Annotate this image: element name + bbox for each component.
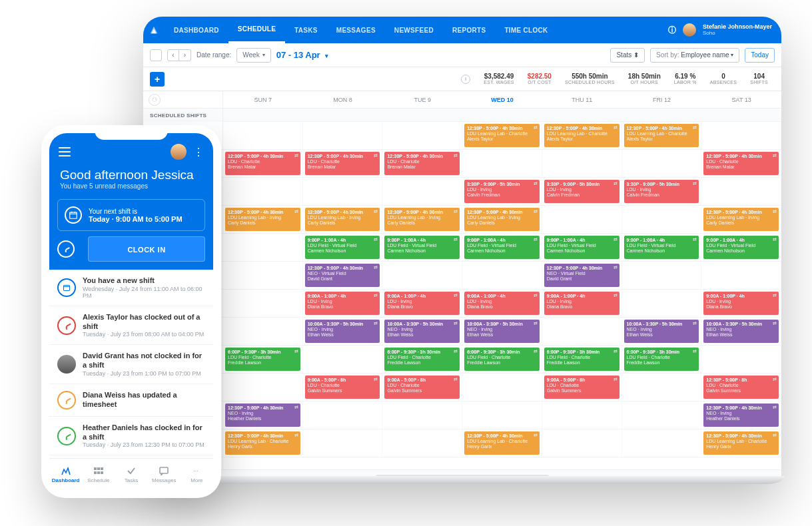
day-header[interactable]: WED 10: [462, 91, 542, 109]
schedule-cell[interactable]: ⇄9:00A - 5:00P · 8hLDU · CharlotteGalvin…: [303, 374, 383, 401]
schedule-cell[interactable]: ⇄9:00A - 1:00P · 4hLDU · IrvingDiana Bra…: [382, 290, 462, 318]
shift-card[interactable]: ⇄9:00P - 1:00A · 4hLDU Field · Virtual F…: [384, 236, 460, 259]
shift-card[interactable]: ⇄12:30P - 5:00P · 4h 30minLDU Learning L…: [225, 208, 300, 231]
shift-card[interactable]: ⇄9:00P - 1:00A · 4hLDU Field · Virtual F…: [305, 236, 380, 259]
schedule-cell[interactable]: [303, 429, 383, 457]
schedule-cell[interactable]: ⇄12:30P - 5:00P · 4h 30minLDU Learning L…: [462, 206, 542, 234]
shift-card[interactable]: ⇄9:00A - 1:00P · 4hLDU · IrvingDiana Bra…: [305, 292, 380, 315]
schedule-cell[interactable]: [542, 429, 622, 457]
schedule-cell[interactable]: ⇄10:00A - 3:30P · 5h 30minNEO · IrvingEt…: [303, 318, 383, 346]
schedule-cell[interactable]: [223, 178, 303, 206]
select-all-checkbox[interactable]: [150, 49, 162, 61]
info-icon[interactable]: i: [461, 75, 470, 84]
schedule-cell[interactable]: ⇄12:30P - 5:00P · 4h 30minLDU Learning L…: [223, 429, 303, 457]
schedule-cell[interactable]: ⇄3:30P - 9:00P · 5h 30minLDU · IrvingCal…: [542, 178, 622, 206]
schedule-cell[interactable]: ⇄3:30P - 9:00P · 5h 30minLDU · IrvingCal…: [622, 178, 702, 206]
schedule-cell[interactable]: ⇄12:30P - 5:00P · 4h 30minLDU Learning L…: [223, 206, 303, 234]
schedule-cell[interactable]: ⇄12:30P - 5:00P · 4h 30minNEO · Virtual …: [303, 262, 383, 290]
shift-card[interactable]: ⇄10:00A - 3:30P · 5h 30minNEO · IrvingEt…: [624, 320, 699, 343]
schedule-cell[interactable]: [382, 178, 462, 206]
user-avatar[interactable]: [171, 144, 187, 160]
feed-item[interactable]: You have a new shiftWednesday · July 24 …: [49, 270, 213, 306]
filter-icon[interactable]: ⚆: [149, 94, 161, 106]
shift-card[interactable]: ⇄10:00A - 3:30P · 5h 30minNEO · IrvingEt…: [305, 320, 380, 343]
shift-card[interactable]: ⇄3:30P - 9:00P · 5h 30minLDU · IrvingCal…: [544, 180, 619, 203]
schedule-cell[interactable]: ⇄12:30P - 5:00P · 4h 30minLDU Learning L…: [462, 429, 542, 457]
schedule-cell[interactable]: ⇄6:00P - 9:30P · 3h 30minLDU Field · Cha…: [542, 346, 622, 374]
shift-card[interactable]: ⇄12:30P - 5:00P · 4h 30minLDU Learning L…: [305, 208, 380, 231]
schedule-cell[interactable]: ⇄6:00P - 9:30P · 3h 30minLDU Field · Cha…: [382, 346, 462, 374]
date-range-button[interactable]: 07 - 13 Apr ▾: [276, 50, 328, 60]
schedule-cell[interactable]: ⇄9:00A - 1:00P · 4hLDU · IrvingDiana Bra…: [542, 290, 622, 318]
feed-item[interactable]: David Grant has not clocked in for a shi…: [49, 345, 213, 384]
schedule-cell[interactable]: [223, 234, 303, 262]
schedule-cell[interactable]: ⇄12:30P - 5:00P · 4h 30minLDU Learning L…: [701, 206, 781, 234]
feed-item[interactable]: Alexis Taylor has clocked out of a shift…: [49, 306, 213, 346]
schedule-cell[interactable]: [622, 429, 702, 457]
more-icon[interactable]: ⋮: [193, 146, 204, 158]
schedule-cell[interactable]: ⇄9:00A - 5:00P · 8hLDU · CharlotteGalvin…: [542, 374, 622, 401]
schedule-cell[interactable]: ⇄12:30P - 5:00P · 4h 30minNEO · IrvingHe…: [701, 401, 781, 429]
schedule-cell[interactable]: ⇄12:30P - 5:00P · 4h 30minLDU · Charlott…: [701, 150, 781, 178]
shift-card[interactable]: ⇄9:00A - 1:00P · 4hLDU · IrvingDiana Bra…: [544, 292, 619, 315]
tab-dashboard[interactable]: Dashboard: [49, 459, 82, 490]
shift-card[interactable]: ⇄3:30P - 9:00P · 5h 30minLDU · IrvingCal…: [464, 180, 540, 203]
today-button[interactable]: Today: [745, 48, 775, 63]
menu-icon[interactable]: [59, 147, 71, 156]
schedule-cell[interactable]: [303, 401, 383, 429]
shift-card[interactable]: ⇄6:00P - 9:30P · 3h 30minLDU Field · Cha…: [464, 348, 540, 371]
schedule-cell[interactable]: [622, 290, 702, 318]
shift-card[interactable]: ⇄6:00P - 9:30P · 3h 30minLDU Field · Cha…: [624, 348, 699, 371]
schedule-cell[interactable]: ⇄12:30P - 5:00P · 4h 30minLDU · Charlott…: [223, 150, 303, 178]
schedule-cell[interactable]: ⇄12:30P - 5:00P · 4h 30minLDU Learning L…: [622, 122, 702, 150]
shift-card[interactable]: ⇄12:30P - 5:00P · 4h 30minLDU Learning L…: [464, 431, 540, 455]
shift-card[interactable]: ⇄12:30P - 5:00P · 4h 30minLDU Learning L…: [464, 208, 540, 231]
tab-more[interactable]: ⋯More: [181, 459, 213, 490]
sort-select[interactable]: Sort by: Employee name ▾: [650, 48, 739, 63]
schedule-cell[interactable]: [622, 262, 702, 290]
schedule-cell[interactable]: [303, 178, 383, 206]
shift-card[interactable]: ⇄12:30P - 5:00P · 4h 30minLDU Learning L…: [464, 124, 540, 147]
schedule-cell[interactable]: ⇄9:00P - 1:00A · 4hLDU Field · Virtual F…: [303, 234, 383, 262]
shift-card[interactable]: ⇄10:00A - 3:30P · 5h 30minNEO · IrvingEt…: [703, 320, 779, 343]
info-icon[interactable]: ⓘ: [668, 25, 676, 36]
next-week-button[interactable]: ›: [179, 49, 191, 61]
nav-messages[interactable]: MESSAGES: [327, 17, 385, 43]
prev-week-button[interactable]: ‹: [167, 49, 179, 61]
schedule-cell[interactable]: [303, 122, 383, 150]
schedule-cell[interactable]: [223, 374, 303, 401]
schedule-cell[interactable]: [382, 262, 462, 290]
schedule-cell[interactable]: ⇄9:00A - 1:00P · 4hLDU · IrvingDiana Bra…: [462, 290, 542, 318]
tab-tasks[interactable]: Tasks: [115, 459, 147, 490]
stats-button[interactable]: Stats ⬍: [610, 48, 645, 63]
schedule-cell[interactable]: [542, 150, 622, 178]
shift-card[interactable]: ⇄10:00A - 3:30P · 5h 30minNEO · IrvingEt…: [384, 320, 460, 343]
tab-messages[interactable]: Messages: [148, 459, 181, 490]
shift-card[interactable]: ⇄9:00A - 5:00P · 8hLDU · CharlotteGalvin…: [305, 376, 380, 399]
user-menu[interactable]: Stefanie Johnson-Mayer Soho: [703, 24, 772, 37]
shift-card[interactable]: ⇄12:30P - 5:00P · 4h 30minNEO · Virtual …: [305, 264, 380, 287]
schedule-cell[interactable]: [542, 206, 622, 234]
schedule-cell[interactable]: [542, 401, 622, 429]
schedule-cell[interactable]: ⇄12:30P - 5:00P · 4h 30minLDU Learning L…: [542, 122, 622, 150]
shift-card[interactable]: ⇄6:00P - 9:30P · 3h 30minLDU Field · Cha…: [225, 348, 300, 371]
schedule-cell[interactable]: [382, 429, 462, 457]
day-header[interactable]: TUE 9: [382, 91, 462, 109]
schedule-cell[interactable]: [622, 401, 702, 429]
schedule-cell[interactable]: ⇄12:30P - 5:00P · 8hLDU · CharlotteGalvi…: [701, 374, 781, 401]
schedule-cell[interactable]: ⇄10:00A - 3:30P · 5h 30minNEO · IrvingEt…: [382, 318, 462, 346]
shift-card[interactable]: ⇄12:30P - 5:00P · 4h 30minLDU Learning L…: [225, 431, 300, 455]
shift-card[interactable]: ⇄9:00A - 5:00P · 8hLDU · CharlotteGalvin…: [384, 376, 460, 399]
day-header[interactable]: THU 11: [542, 91, 622, 109]
nav-time clock[interactable]: TIME CLOCK: [495, 17, 557, 43]
schedule-cell[interactable]: [223, 318, 303, 346]
schedule-cell[interactable]: [701, 122, 781, 150]
schedule-cell[interactable]: ⇄12:30P - 5:00P · 4h 30minLDU Learning L…: [462, 122, 542, 150]
schedule-cell[interactable]: [223, 262, 303, 290]
schedule-cell[interactable]: [701, 346, 781, 374]
schedule-cell[interactable]: ⇄9:00A - 5:00P · 8hLDU · CharlotteGalvin…: [382, 374, 462, 401]
schedule-cell[interactable]: ⇄9:00P - 1:00A · 4hLDU Field · Virtual F…: [382, 234, 462, 262]
schedule-cell[interactable]: ⇄9:00P - 1:00A · 4hLDU Field · Virtual F…: [622, 234, 702, 262]
schedule-cell[interactable]: [701, 262, 781, 290]
shift-card[interactable]: ⇄12:30P - 5:00P · 4h 30minLDU Learning L…: [703, 208, 779, 231]
